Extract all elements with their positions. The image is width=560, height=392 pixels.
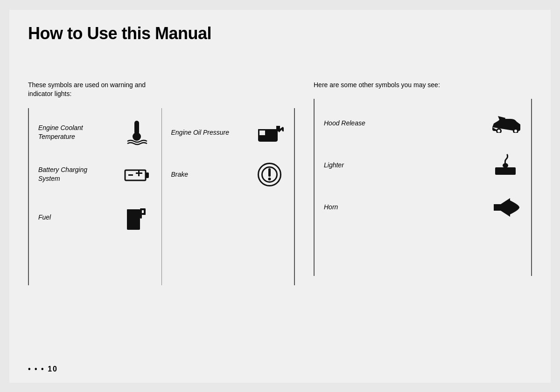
horn-label: Horn: [324, 203, 491, 212]
brake-icon: [254, 162, 285, 187]
right-symbols-table: Hood Release: [314, 99, 532, 276]
list-item: Engine Oil Pressure: [171, 120, 285, 145]
left-description: These symbols are used on warning and in…: [28, 81, 159, 99]
list-item: Battery ChargingSystem: [38, 162, 152, 187]
engine-oil-label: Engine Oil Pressure: [171, 128, 255, 137]
col-c: Hood Release: [315, 99, 531, 276]
svg-point-24: [503, 163, 508, 168]
engine-coolant-icon: [122, 120, 152, 145]
hood-release-label: Hood Release: [324, 119, 491, 128]
svg-rect-17: [268, 168, 271, 177]
list-item: Brake: [171, 162, 285, 187]
svg-rect-7: [138, 170, 140, 176]
list-item: Hood Release: [324, 110, 522, 136]
engine-oil-icon: [254, 122, 285, 143]
svg-rect-1: [135, 122, 138, 131]
page: How to Use this Manual These symbols are…: [9, 10, 551, 383]
left-symbols-table: Engine CoolantTemperature: [28, 108, 295, 285]
list-item: Fuel: [38, 204, 152, 232]
svg-rect-4: [146, 172, 149, 178]
fuel-icon: [122, 204, 152, 232]
svg-point-20: [497, 130, 500, 132]
brake-label: Brake: [171, 170, 255, 179]
engine-coolant-label: Engine CoolantTemperature: [38, 124, 122, 141]
svg-rect-13: [142, 213, 146, 215]
col-a: Engine CoolantTemperature: [29, 108, 162, 285]
battery-label: Battery ChargingSystem: [38, 165, 122, 183]
right-panel: Here are some other symbols you may see:…: [314, 81, 532, 285]
svg-rect-3: [125, 170, 146, 180]
page-number: • • • 10: [28, 365, 58, 373]
hood-release-icon: [491, 114, 522, 133]
page-title: How to Use this Manual: [28, 24, 532, 43]
svg-rect-5: [128, 174, 133, 176]
svg-rect-23: [495, 167, 516, 175]
svg-rect-8: [127, 212, 140, 230]
content-wrapper: These symbols are used on warning and in…: [28, 81, 532, 285]
list-item: Lighter: [324, 152, 522, 178]
list-item: Horn: [324, 194, 522, 220]
lighter-icon: [491, 152, 522, 178]
fuel-label: Fuel: [38, 213, 122, 222]
svg-rect-9: [127, 209, 140, 213]
horn-icon: [491, 196, 522, 219]
col-b: Engine Oil Pressure: [162, 108, 294, 285]
lighter-label: Lighter: [324, 161, 491, 170]
svg-point-18: [268, 178, 271, 180]
svg-point-2: [133, 132, 141, 141]
left-panel: These symbols are used on warning and in…: [28, 81, 295, 285]
svg-point-22: [514, 130, 517, 132]
right-description: Here are some other symbols you may see:: [314, 81, 444, 90]
battery-icon: [122, 166, 152, 183]
list-item: Engine CoolantTemperature: [38, 120, 152, 145]
